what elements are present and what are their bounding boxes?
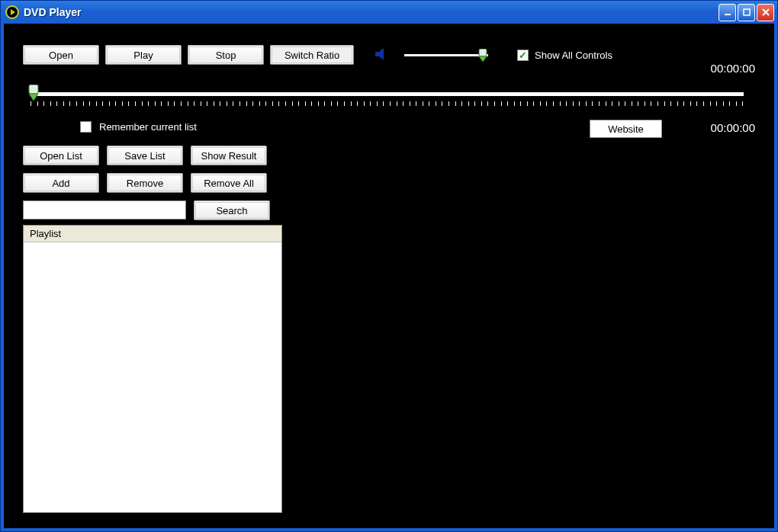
playlist-panel[interactable]: Playlist [23, 225, 282, 513]
search-input[interactable] [23, 200, 186, 220]
show-all-controls-checkbox[interactable]: ✓ Show All Controls [517, 50, 612, 61]
website-button[interactable]: Website [590, 120, 662, 138]
remember-list-label: Remember current list [99, 121, 197, 133]
svg-marker-6 [479, 56, 487, 62]
svg-rect-2 [725, 14, 731, 15]
app-icon [5, 5, 19, 19]
open-button[interactable]: Open [23, 45, 99, 65]
remove-button[interactable]: Remove [107, 173, 183, 193]
search-button[interactable]: Search [194, 200, 270, 220]
svg-rect-3 [744, 9, 750, 15]
minimize-button[interactable] [719, 4, 736, 21]
window-title: DVD Player [24, 6, 719, 18]
playlist-header[interactable]: Playlist [24, 226, 281, 242]
svg-marker-4 [375, 48, 384, 60]
save-list-button[interactable]: Save List [107, 146, 183, 165]
open-list-button[interactable]: Open List [23, 146, 99, 165]
check-icon: ✓ [519, 50, 527, 60]
volume-slider[interactable] [404, 47, 488, 62]
svg-marker-8 [29, 94, 38, 101]
remember-list-checkbox[interactable]: Remember current list [80, 121, 197, 133]
speaker-icon [374, 46, 391, 65]
list-controls: Open List Save List Show Result Add Remo… [23, 146, 270, 228]
add-button[interactable]: Add [23, 173, 99, 193]
main-toolbar: Open Play Stop Switch Ratio ✓ [23, 45, 612, 65]
svg-rect-7 [29, 85, 38, 94]
switch-ratio-button[interactable]: Switch Ratio [270, 45, 354, 65]
app-window: DVD Player Open Play Stop Switch Ratio [0, 0, 778, 532]
maximize-button[interactable] [738, 4, 755, 21]
titlebar[interactable]: DVD Player [1, 1, 777, 24]
remove-all-button[interactable]: Remove All [191, 173, 267, 193]
client-area: Open Play Stop Switch Ratio ✓ [4, 24, 774, 528]
window-controls [719, 4, 774, 21]
volume-thumb-icon [477, 49, 488, 62]
play-button[interactable]: Play [105, 45, 182, 65]
time-elapsed: 00:00:00 [711, 62, 755, 75]
time-total: 00:00:00 [711, 121, 755, 134]
show-all-controls-label: Show All Controls [535, 50, 612, 61]
stop-button[interactable]: Stop [188, 45, 264, 65]
close-button[interactable] [757, 4, 774, 21]
svg-rect-5 [479, 49, 487, 56]
seek-slider[interactable] [27, 85, 747, 107]
show-result-button[interactable]: Show Result [191, 146, 267, 165]
